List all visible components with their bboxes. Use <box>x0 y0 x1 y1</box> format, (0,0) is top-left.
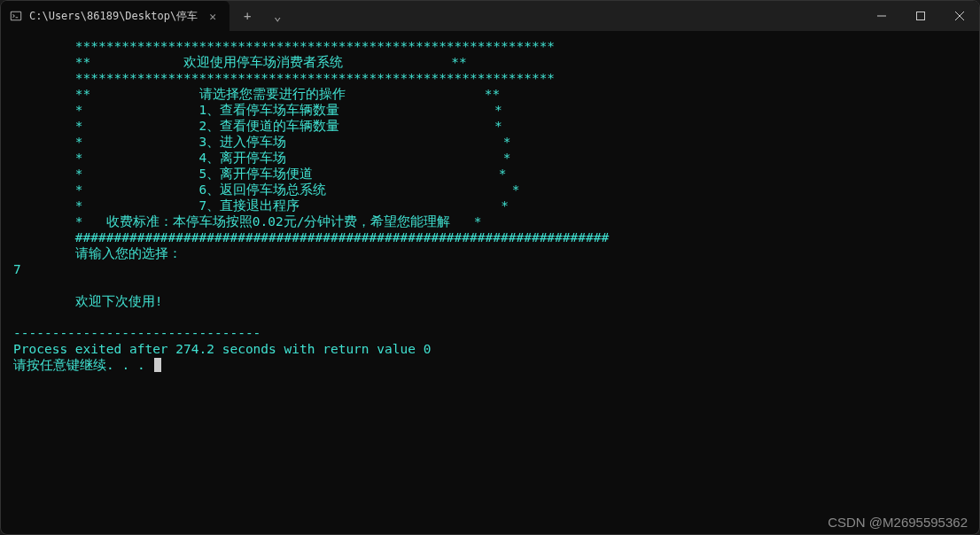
tab-dropdown-button[interactable]: ⌄ <box>263 4 292 28</box>
watermark: CSDN @M2695595362 <box>828 515 968 530</box>
terminal-window: C:\Users\86189\Desktop\停车 ✕ + ⌄ ********… <box>0 0 980 535</box>
output-line <box>13 309 976 325</box>
titlebar: C:\Users\86189\Desktop\停车 ✕ + ⌄ <box>1 1 979 31</box>
output-line: * 收费标准：本停车场按照0.02元/分钟计费，希望您能理解 * <box>13 213 976 229</box>
output-line: * 2、查看便道的车辆数量 * <box>13 118 976 134</box>
output-line: 请输入您的选择： <box>13 245 976 261</box>
output-line: * 5、离开停车场便道 * <box>13 166 976 182</box>
cursor <box>154 358 161 372</box>
new-tab-button[interactable]: + <box>233 4 261 28</box>
tab-title: C:\Users\86189\Desktop\停车 <box>29 9 198 24</box>
window-controls <box>862 1 979 31</box>
output-line: * 7、直接退出程序 * <box>13 198 976 213</box>
tab-actions: + ⌄ <box>229 1 295 31</box>
output-line: ** 欢迎使用停车场消费者系统 ** <box>13 54 976 70</box>
output-line: ****************************************… <box>13 38 976 54</box>
output-line: 请按任意键继续. . . <box>13 357 976 373</box>
svg-rect-0 <box>11 12 20 20</box>
output-line: ########################################… <box>13 229 976 245</box>
output-line: ** 请选择您需要进行的操作 ** <box>13 86 976 102</box>
output-line: * 4、离开停车场 * <box>13 150 976 166</box>
output-line: * 1、查看停车场车辆数量 * <box>13 102 976 118</box>
output-line: 欢迎下次使用! <box>13 293 976 309</box>
active-tab[interactable]: C:\Users\86189\Desktop\停车 ✕ <box>1 1 229 31</box>
output-line: * 3、进入停车场 * <box>13 134 976 150</box>
terminal-icon <box>10 10 22 22</box>
titlebar-drag-area[interactable] <box>295 1 862 31</box>
close-button[interactable] <box>940 1 979 31</box>
output-line: Process exited after 274.2 seconds with … <box>13 341 976 357</box>
minimize-button[interactable] <box>862 1 901 31</box>
terminal-output[interactable]: ****************************************… <box>1 31 979 534</box>
user-input-line: 7 <box>1 261 976 277</box>
svg-rect-2 <box>917 12 925 20</box>
output-line <box>13 277 976 293</box>
output-line: * 6、返回停车场总系统 * <box>13 182 976 198</box>
output-line: -------------------------------- <box>13 325 976 341</box>
output-line: ****************************************… <box>13 70 976 86</box>
tab-close-button[interactable]: ✕ <box>205 8 221 24</box>
maximize-button[interactable] <box>901 1 940 31</box>
